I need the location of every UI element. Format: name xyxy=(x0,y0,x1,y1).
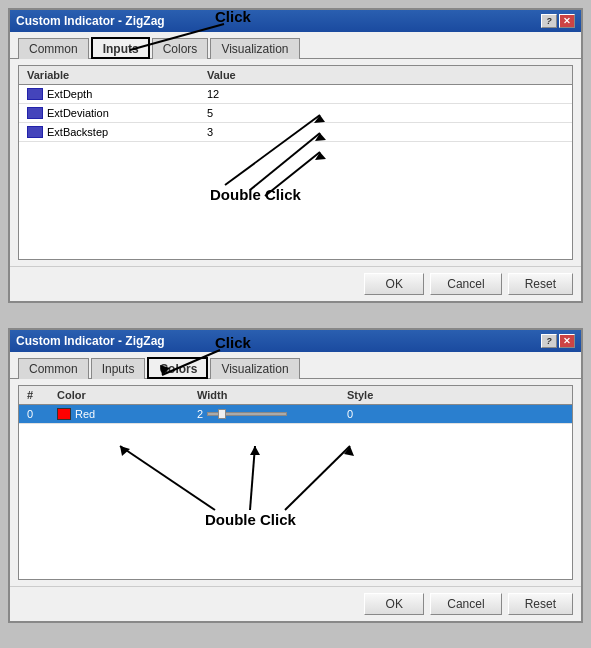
footer-1: OK Cancel Reset xyxy=(10,266,581,301)
cancel-button-1[interactable]: Cancel xyxy=(430,273,501,295)
titlebar-1-buttons: ? ✕ xyxy=(541,14,575,28)
ok-button-1[interactable]: OK xyxy=(364,273,424,295)
header-color: Color xyxy=(53,388,193,402)
help-button-1[interactable]: ? xyxy=(541,14,557,28)
header-width: Width xyxy=(193,388,343,402)
var-icon-1 xyxy=(27,88,43,100)
header-hash: # xyxy=(23,388,53,402)
color-row-width: 2 xyxy=(193,407,343,421)
val-extdeviation: 5 xyxy=(203,106,303,120)
table-header-1: Variable Value xyxy=(19,66,572,85)
close-button-1[interactable]: ✕ xyxy=(559,14,575,28)
tab-inputs-2[interactable]: Inputs xyxy=(91,358,146,379)
width-slider[interactable] xyxy=(207,412,287,416)
table-row[interactable]: ExtBackstep 3 xyxy=(19,123,572,142)
table-row[interactable]: ExtDeviation 5 xyxy=(19,104,572,123)
tabs-bar-1: Common Inputs Colors Visualization xyxy=(10,32,581,59)
tabs-bar-2: Common Inputs Colors Visualization xyxy=(10,352,581,379)
tab-common-1[interactable]: Common xyxy=(18,38,89,59)
table-row[interactable]: ExtDepth 12 xyxy=(19,85,572,104)
color-row-index: 0 xyxy=(23,407,53,421)
var-extdeviation: ExtDeviation xyxy=(23,106,203,120)
slider-thumb xyxy=(218,409,226,419)
var-extdepth: ExtDepth xyxy=(23,87,203,101)
titlebar-2: Custom Indicator - ZigZag ? ✕ xyxy=(10,330,581,352)
tab-visualization-1[interactable]: Visualization xyxy=(210,38,299,59)
tab-common-2[interactable]: Common xyxy=(18,358,89,379)
ok-button-2[interactable]: OK xyxy=(364,593,424,615)
help-button-2[interactable]: ? xyxy=(541,334,557,348)
var-icon-3 xyxy=(27,126,43,138)
reset-button-1[interactable]: Reset xyxy=(508,273,573,295)
reset-button-2[interactable]: Reset xyxy=(508,593,573,615)
table-header-2: # Color Width Style xyxy=(19,386,572,405)
var-icon-2 xyxy=(27,107,43,119)
var-extbackstep: ExtBackstep xyxy=(23,125,203,139)
color-swatch xyxy=(57,408,71,420)
dialog-2: Custom Indicator - ZigZag ? ✕ Common Inp… xyxy=(8,328,583,623)
val-extbackstep: 3 xyxy=(203,125,303,139)
val-extdepth: 12 xyxy=(203,87,303,101)
table-body-2: 0 Red 2 0 xyxy=(19,405,572,424)
cancel-button-2[interactable]: Cancel xyxy=(430,593,501,615)
header-value: Value xyxy=(203,68,303,82)
titlebar-1: Custom Indicator - ZigZag ? ✕ xyxy=(10,10,581,32)
color-row-color: Red xyxy=(53,407,193,421)
colors-table-2: # Color Width Style 0 Red 2 xyxy=(18,385,573,580)
dialog-1: Custom Indicator - ZigZag ? ✕ Common Inp… xyxy=(8,8,583,303)
header-variable: Variable xyxy=(23,68,203,82)
table-body-1: ExtDepth 12 ExtDeviation 5 ExtBackstep xyxy=(19,85,572,142)
dialog-1-title: Custom Indicator - ZigZag xyxy=(16,14,165,28)
tab-colors-1[interactable]: Colors xyxy=(152,38,209,59)
color-row-style: 0 xyxy=(343,407,423,421)
tab-inputs-1[interactable]: Inputs xyxy=(91,37,150,59)
close-button-2[interactable]: ✕ xyxy=(559,334,575,348)
header-style: Style xyxy=(343,388,423,402)
inputs-table-1: Variable Value ExtDepth 12 ExtDeviation xyxy=(18,65,573,260)
footer-2: OK Cancel Reset xyxy=(10,586,581,621)
tab-visualization-2[interactable]: Visualization xyxy=(210,358,299,379)
tab-colors-2[interactable]: Colors xyxy=(147,357,208,379)
table-row[interactable]: 0 Red 2 0 xyxy=(19,405,572,424)
titlebar-2-buttons: ? ✕ xyxy=(541,334,575,348)
dialog-2-title: Custom Indicator - ZigZag xyxy=(16,334,165,348)
